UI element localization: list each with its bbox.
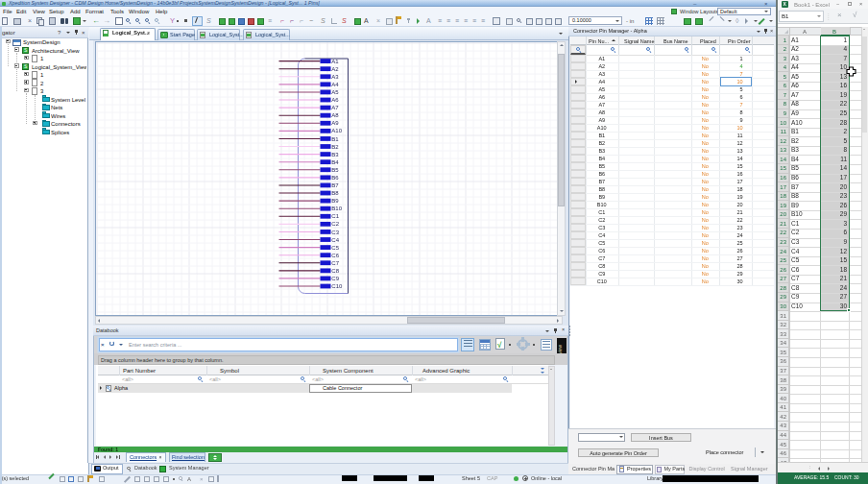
svg-text:C3: C3 (331, 230, 339, 235)
svg-text:C4: C4 (331, 237, 339, 243)
svg-text:B8: B8 (331, 190, 339, 196)
svg-text:A3: A3 (331, 74, 339, 80)
svg-text:C8: C8 (331, 268, 339, 274)
svg-text:A1: A1 (331, 59, 339, 64)
svg-text:A4: A4 (331, 82, 339, 87)
svg-text:B3: B3 (331, 152, 339, 157)
svg-text:A6: A6 (331, 97, 339, 103)
svg-text:B6: B6 (331, 175, 339, 181)
svg-text:B9: B9 (331, 198, 339, 204)
svg-text:C7: C7 (331, 260, 339, 266)
svg-text:A5: A5 (331, 89, 339, 95)
svg-text:A2: A2 (331, 66, 339, 72)
svg-text:B10: B10 (331, 206, 342, 211)
svg-text:C6: C6 (331, 253, 339, 258)
svg-text:C1: C1 (331, 213, 339, 219)
svg-text:B1: B1 (331, 136, 339, 142)
svg-text:A10: A10 (331, 128, 342, 133)
svg-text:C5: C5 (331, 245, 339, 251)
svg-text:B2: B2 (331, 144, 339, 150)
svg-text:C2: C2 (331, 221, 339, 227)
svg-text:A7: A7 (331, 105, 339, 110)
svg-text:C10: C10 (331, 283, 343, 289)
svg-text:C9: C9 (331, 276, 339, 281)
svg-text:A9: A9 (331, 120, 339, 126)
svg-text:B4: B4 (331, 159, 339, 165)
svg-text:B5: B5 (331, 167, 339, 173)
svg-text:A8: A8 (331, 112, 339, 118)
svg-text:B7: B7 (331, 182, 339, 188)
